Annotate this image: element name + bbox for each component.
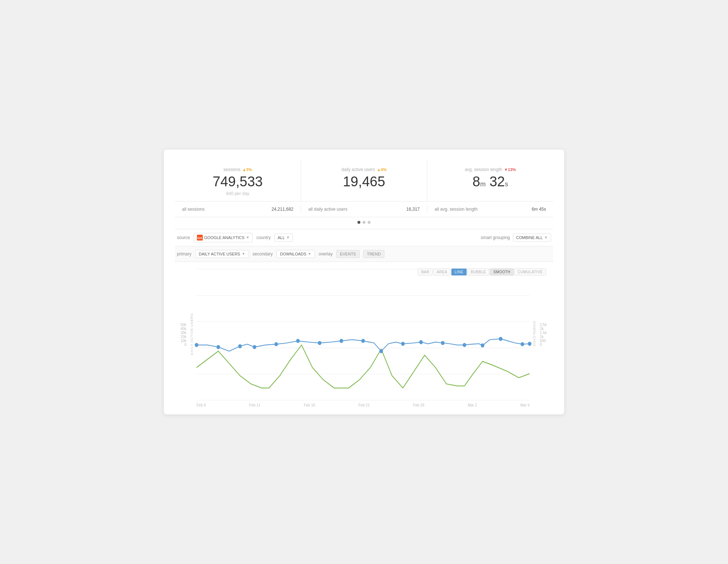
y-axis-right: 2.5k 2k 1.5k 1k 500 0 xyxy=(537,321,553,355)
dau-dot xyxy=(340,339,343,343)
dau-dot xyxy=(238,344,242,348)
all-stats-row: all sessions 24,211,682 all daily active… xyxy=(175,202,553,217)
dau-dot xyxy=(217,345,220,349)
all-asl: all avg. session length 6m 45s xyxy=(427,205,553,213)
all-dau: all daily active users 16,317 xyxy=(301,205,427,213)
chart-area: BAR AREA LINE BUBBLE SMOOTH CUMULATIVE 5… xyxy=(175,262,553,407)
chart-type-line[interactable]: LINE xyxy=(451,269,467,275)
dau-value: 19,465 xyxy=(308,174,420,190)
dau-dot xyxy=(463,343,466,347)
sessions-value: 749,533 xyxy=(182,174,293,190)
y-left-axis-title: DAILY ACTIVE USERS xyxy=(190,313,194,355)
dau-dot xyxy=(253,345,256,349)
asl-label: avg. session length ▼13% xyxy=(435,167,546,172)
dot-3[interactable] xyxy=(368,221,371,224)
smart-grouping-dropdown[interactable]: COMBINE ALL ▼ xyxy=(513,234,551,242)
y-axis-left-container: 50k 40k 30k 20k 10k 0 DAILY ACTIVE USERS xyxy=(175,269,197,407)
chart-svg: Feb 6 Feb 11 Feb 16 Feb 21 Feb 26 Mar 2 … xyxy=(197,269,530,407)
downloads-line xyxy=(197,345,530,388)
stat-card-sessions: sessions ▲3% 749,533 840 per day xyxy=(175,160,301,201)
smart-grouping-arrow: ▼ xyxy=(544,235,548,239)
dau-dot xyxy=(441,341,444,345)
dau-dot xyxy=(361,339,365,343)
primary-label: primary xyxy=(177,251,191,257)
pagination-dots xyxy=(175,217,553,229)
dau-dot xyxy=(274,342,278,346)
overlay-events-btn[interactable]: EVENTS xyxy=(336,250,360,258)
all-sessions: all sessions 24,211,682 xyxy=(175,205,301,213)
dau-dot xyxy=(499,337,502,341)
svg-text:GA: GA xyxy=(197,236,202,240)
source-arrow: ▼ xyxy=(246,235,249,239)
y-axis-right-container: DOWNLOADS 2.5k 2k 1.5k 1k 500 0 xyxy=(530,269,553,407)
controls-row: source GA GOOGLE ANALYTICS ▼ country ALL… xyxy=(175,229,553,246)
chart-type-smooth[interactable]: SMOOTH xyxy=(490,269,514,275)
country-dropdown[interactable]: ALL ▼ xyxy=(274,234,293,242)
dau-dot xyxy=(401,342,405,346)
dashboard: sessions ▲3% 749,533 840 per day daily a… xyxy=(164,150,564,414)
country-value: ALL xyxy=(278,235,285,240)
dot-1[interactable] xyxy=(357,221,360,224)
source-dropdown[interactable]: GA GOOGLE ANALYTICS ▼ xyxy=(194,233,253,242)
source-value: GOOGLE ANALYTICS xyxy=(204,235,244,240)
dau-dot xyxy=(296,339,300,343)
sessions-label: sessions ▲3% xyxy=(182,167,293,172)
source-label: source xyxy=(177,235,190,240)
asl-value: 8m 32s xyxy=(435,174,546,190)
secondary-arrow: ▼ xyxy=(308,252,311,256)
x-axis-labels: Feb 6 Feb 11 Feb 16 Feb 21 Feb 26 Mar 2 … xyxy=(197,402,530,407)
asl-change: ▼13% xyxy=(504,167,516,172)
secondary-metric-dropdown[interactable]: DOWNLOADS ▼ xyxy=(276,250,315,258)
secondary-metric-value: DOWNLOADS xyxy=(280,252,306,256)
dau-dot xyxy=(379,349,383,353)
stat-card-asl: avg. session length ▼13% 8m 32s xyxy=(427,160,553,201)
smart-grouping-controls: smart grouping COMBINE ALL ▼ xyxy=(481,234,551,242)
chart-type-cumulative[interactable]: CUMULATIVE xyxy=(514,269,546,275)
secondary-label: secondary xyxy=(253,251,273,257)
smart-grouping-value: COMBINE ALL xyxy=(516,235,543,240)
metrics-row: primary DAILY ACTIVE USERS ▼ secondary D… xyxy=(175,246,553,262)
y-axis-left: 50k 40k 30k 20k 10k 0 xyxy=(175,321,189,355)
primary-metric-dropdown[interactable]: DAILY ACTIVE USERS ▼ xyxy=(195,250,249,258)
overlay-label: overlay xyxy=(318,251,333,257)
sessions-sub: 840 per day xyxy=(182,191,293,196)
primary-metric-value: DAILY ACTIVE USERS xyxy=(199,252,240,256)
stats-row: sessions ▲3% 749,533 840 per day daily a… xyxy=(175,160,553,202)
primary-arrow: ▼ xyxy=(242,252,245,256)
country-label: country xyxy=(256,235,270,240)
dau-dot xyxy=(521,342,524,346)
dau-label: daily active users ▲4% xyxy=(308,167,420,172)
y-right-axis-title: DOWNLOADS xyxy=(533,321,536,347)
dau-change: ▲4% xyxy=(377,167,387,172)
stat-card-dau: daily active users ▲4% 19,465 xyxy=(301,160,427,201)
smart-grouping-label: smart grouping xyxy=(481,235,510,240)
dot-2[interactable] xyxy=(363,221,365,224)
dau-dot xyxy=(318,341,321,345)
chart-type-buttons: BAR AREA LINE BUBBLE SMOOTH CUMULATIVE xyxy=(418,269,546,275)
dau-dot xyxy=(195,343,198,347)
overlay-trend-btn[interactable]: TREND xyxy=(363,250,384,258)
chart-wrapper: 50k 40k 30k 20k 10k 0 DAILY ACTIVE USERS xyxy=(175,269,553,407)
chart-svg-element xyxy=(197,269,530,400)
sessions-change: ▲3% xyxy=(242,167,252,172)
dau-dot xyxy=(419,340,423,344)
country-arrow: ▼ xyxy=(286,235,290,239)
chart-type-bar[interactable]: BAR xyxy=(418,269,432,275)
chart-type-area[interactable]: AREA xyxy=(433,269,450,275)
ga-icon: GA xyxy=(197,235,203,241)
dau-dot xyxy=(481,343,484,347)
chart-type-bubble[interactable]: BUBBLE xyxy=(467,269,489,275)
